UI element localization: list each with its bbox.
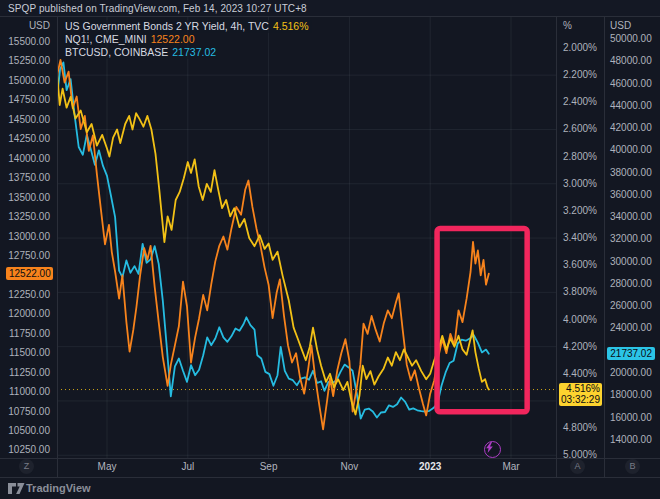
axis-tick: 32000.00: [610, 234, 652, 244]
time-axis-label: Nov: [340, 461, 358, 472]
lightning-icon: [485, 442, 494, 453]
pct-axis-border: [556, 17, 557, 477]
axis-tick: 15250.00: [0, 56, 50, 66]
axis-tick: 48000.00: [610, 56, 652, 66]
axis-tick: 3.600%: [563, 260, 597, 270]
time-axis-label: 2023: [419, 461, 441, 472]
legend-row-nq[interactable]: NQ1!, CME_MINI12522.00: [62, 33, 197, 46]
axis-tick: 13250.00: [0, 212, 50, 222]
scale-b-button[interactable]: B: [625, 459, 640, 474]
axis-tick: 13000.00: [0, 232, 50, 242]
axis-tick: 10500.00: [0, 426, 50, 436]
axis-tick: 13500.00: [0, 193, 50, 203]
tradingview-logo-icon[interactable]: [8, 482, 26, 495]
right-axis-border: [604, 17, 605, 477]
axis-tick: 10750.00: [0, 407, 50, 417]
symbol-value-nq: 12522.00: [151, 33, 195, 45]
chart-window: SPQP published on TradingView.com, Feb 1…: [0, 0, 660, 499]
axis-tick: 2.000%: [563, 43, 597, 53]
symbol-value-btc: 21737.02: [172, 46, 216, 58]
scale-a-button[interactable]: A: [570, 459, 585, 474]
time-axis-label: May: [98, 461, 117, 472]
footer-bar: TradingView: [0, 478, 660, 499]
axis-tick: 14250.00: [0, 134, 50, 144]
axis-tick: 46000.00: [610, 79, 652, 89]
axis-tick: 11000.00: [0, 387, 50, 397]
axis-tick: 4.800%: [563, 423, 597, 433]
symbol-title-btc: BTCUSD, COINBASE: [65, 46, 168, 58]
axis-tick: 12750.00: [0, 251, 50, 261]
symbol-value-yield: 4.516%: [273, 20, 309, 32]
tradingview-wordmark[interactable]: TradingView: [26, 482, 91, 494]
bar-countdown: 03:32:29: [561, 395, 600, 406]
symbol-title-nq: NQ1!, CME_MINI: [65, 33, 147, 45]
pct-axis-unit: %: [563, 21, 572, 31]
axis-tick: 24000.00: [610, 323, 652, 333]
price-badge-nq: 12522.00: [6, 267, 53, 280]
price-badge-yield: 4.516% 03:32:29: [559, 383, 602, 406]
price-badge-btc: 21737.02: [607, 347, 655, 360]
axis-tick: 4.200%: [563, 342, 597, 352]
left-axis-border: [57, 17, 58, 477]
time-axis-label: Sep: [260, 461, 278, 472]
axis-tick: 15000.00: [0, 76, 50, 86]
right-axis-unit: USD: [610, 21, 631, 31]
axis-tick: 10250.00: [0, 445, 50, 455]
axis-tick: 30000.00: [610, 257, 652, 267]
chart-canvas[interactable]: [0, 0, 660, 499]
axis-tick: 4.000%: [563, 315, 597, 325]
axis-tick: 3.800%: [563, 287, 597, 297]
yield-last-value: 4.516%: [561, 384, 600, 395]
axis-tick: 11500.00: [0, 348, 50, 358]
axis-tick: 4.400%: [563, 369, 597, 379]
axis-tick: 14000.00: [610, 435, 652, 445]
axis-tick: 11750.00: [0, 329, 50, 339]
axis-tick: 40000.00: [610, 145, 652, 155]
axis-tick: 20000.00: [610, 368, 652, 378]
timezone-button[interactable]: Z: [19, 459, 34, 474]
highlight-box-annotation[interactable]: [437, 229, 527, 412]
axis-tick: 15500.00: [0, 37, 50, 47]
series-line-btc: [57, 62, 489, 418]
legend: US Government Bonds 2 YR Yield, 4h, TVC4…: [62, 20, 312, 59]
axis-tick: 3.200%: [563, 206, 597, 216]
series-line-yield: [57, 70, 489, 415]
axis-tick: 12000.00: [0, 309, 50, 319]
axis-tick: 38000.00: [610, 168, 652, 178]
lightning-watermark-button[interactable]: [484, 441, 501, 458]
axis-tick: 28000.00: [610, 279, 652, 289]
left-axis-unit: USD: [0, 21, 50, 31]
axis-tick: 34000.00: [610, 212, 652, 222]
time-axis-label: Jul: [181, 461, 194, 472]
axis-tick: 16000.00: [610, 413, 652, 423]
axis-tick: 12250.00: [0, 290, 50, 300]
axis-tick: 11250.00: [0, 368, 50, 378]
axis-tick: 2.200%: [563, 70, 597, 80]
axis-tick: 2.600%: [563, 124, 597, 134]
axis-tick: 42000.00: [610, 123, 652, 133]
time-axis-label: Mar: [502, 461, 519, 472]
legend-row-yield[interactable]: US Government Bonds 2 YR Yield, 4h, TVC4…: [62, 20, 312, 33]
axis-tick: 2.400%: [563, 97, 597, 107]
axis-tick: 13750.00: [0, 173, 50, 183]
axis-tick: 2.800%: [563, 152, 597, 162]
axis-tick: 50000.00: [610, 34, 652, 44]
axis-tick: 14750.00: [0, 95, 50, 105]
axis-tick: 14500.00: [0, 115, 50, 125]
legend-row-btc[interactable]: BTCUSD, COINBASE21737.02: [62, 46, 219, 59]
symbol-title-yield: US Government Bonds 2 YR Yield, 4h, TVC: [65, 20, 269, 32]
axis-tick: 36000.00: [610, 190, 652, 200]
axis-tick: 3.400%: [563, 233, 597, 243]
axis-tick: 26000.00: [610, 301, 652, 311]
axis-tick: 44000.00: [610, 101, 652, 111]
axis-tick: 18000.00: [610, 390, 652, 400]
time-axis-border: [0, 458, 660, 459]
axis-tick: 14000.00: [0, 154, 50, 164]
axis-tick: 3.000%: [563, 179, 597, 189]
